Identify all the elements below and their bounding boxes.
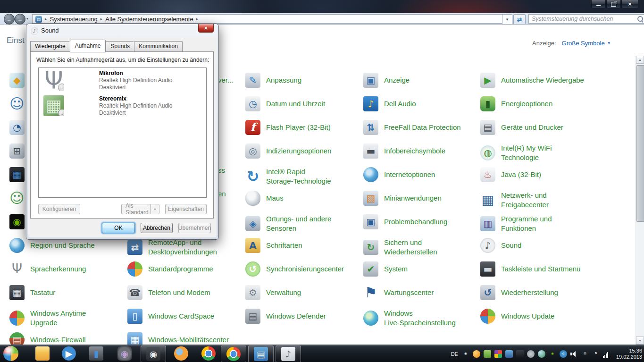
control-panel-item[interactable]: ⚙Verwaltung <box>245 285 301 300</box>
control-panel-item[interactable]: ▥Programme undFunktionen <box>480 214 552 233</box>
satellite-tray-icon[interactable] <box>527 350 535 358</box>
recording-device-row[interactable]: Ψ↓MikrofonRealtek High Definition AudioD… <box>39 68 206 93</box>
control-panel-item[interactable]: ΨSpracherkennung <box>9 261 86 277</box>
view-size-dropdown[interactable]: Große Symbole ▼ <box>562 40 611 47</box>
configure-button[interactable]: Konfigurieren <box>38 204 80 214</box>
control-panel-item[interactable]: ▦Tastatur <box>9 285 55 300</box>
webcam-taskbar-slot[interactable]: ◉ <box>117 345 132 362</box>
control-panel-item[interactable]: ↻Intel® RapidStorage-Technologie <box>245 167 331 186</box>
control-panel-item[interactable]: ▯Windows CardSpace <box>127 309 214 324</box>
control-panel-item-partial[interactable]: ◉ <box>9 214 25 229</box>
control-panel-item[interactable]: ✎Anpassung <box>245 73 301 88</box>
restore-button[interactable] <box>606 0 621 8</box>
control-panel-item[interactable]: ◈Ortungs- und andereSensoren <box>245 214 331 233</box>
control-panel-item[interactable]: ◷Datum und Uhrzeit <box>245 96 325 111</box>
recent-pages-dropdown[interactable]: ▾ <box>26 17 28 21</box>
breadcrumb-separator[interactable]: ▸ <box>196 17 199 21</box>
sound-dialog-taskbar-slot[interactable]: ♪ <box>276 345 301 362</box>
back-button[interactable]: ← <box>4 14 15 25</box>
tab-wiedergabe[interactable]: Wiedergabe <box>30 41 70 52</box>
breadcrumb-alle-systemsteuerungselemente[interactable]: Alle Systemsteuerungselemente <box>105 16 193 23</box>
language-indicator[interactable]: DE <box>451 351 458 357</box>
control-panel-item-partial[interactable]: ◆ <box>9 73 25 88</box>
control-panel-item[interactable]: fFlash Player (32-Bit) <box>245 120 331 135</box>
set-default-dropdown[interactable]: ▼ <box>151 204 159 214</box>
control-panel-item[interactable]: ↺Wiederherstellung <box>480 285 558 300</box>
control-panel-item[interactable]: ▮Energieoptionen <box>480 96 552 111</box>
control-panel-item[interactable]: ↺Synchronisierungscenter <box>245 261 344 277</box>
address-history-dropdown[interactable]: ▼ <box>502 14 512 25</box>
breadcrumb-separator[interactable]: ▸ <box>100 17 103 21</box>
control-panel-item[interactable]: Maus <box>245 191 284 206</box>
network-signal-tray-icon[interactable] <box>603 350 611 358</box>
chrome-window-taskbar-slot[interactable] <box>221 345 246 362</box>
blue-app-tray-icon[interactable] <box>505 350 513 358</box>
display-tray-icon[interactable] <box>516 350 524 358</box>
control-panel-item[interactable]: ▤Geräte und Drucker <box>480 120 563 135</box>
breadcrumb-systemsteuerung[interactable]: Systemsteuerung <box>50 16 98 23</box>
steam-tray-icon[interactable]: ◉ <box>462 350 469 358</box>
messenger-tray-icon[interactable] <box>473 350 480 358</box>
monitor-app-taskbar-slot[interactable]: ▮ <box>89 345 104 362</box>
mail-tray-icon[interactable] <box>484 350 491 358</box>
control-panel-item[interactable]: ✔System <box>363 261 408 277</box>
control-panel-item[interactable]: Windows AnytimeUpgrade <box>9 309 86 328</box>
control-panel-item[interactable]: ♪Dell Audio <box>363 96 416 111</box>
control-panel-item[interactable]: ▬Infobereichsymbole <box>363 143 445 159</box>
search-box[interactable]: Systemsteuerung durchsuchen <box>528 14 644 24</box>
control-panel-item[interactable]: ▣Anzeige <box>363 73 410 88</box>
apply-button[interactable]: Übernehmen <box>178 223 211 233</box>
address-bar[interactable]: ▤ ▸ Systemsteuerung ▸ Alle Systemsteueru… <box>32 14 505 24</box>
control-panel-item-partial[interactable]: ☺ <box>9 96 25 111</box>
steam-taskbar-slot[interactable]: ◉ <box>141 345 166 362</box>
scrollbar-thumb[interactable] <box>636 65 644 222</box>
media-player-taskbar-slot[interactable]: ▶ <box>61 345 76 362</box>
recording-device-row[interactable]: ▦↓StereomixRealtek High Definition Audio… <box>39 93 206 119</box>
nvidia-tray-icon[interactable]: ◉ <box>549 350 556 358</box>
control-panel-item[interactable]: ↻Sichern undWiederherstellen <box>363 238 437 257</box>
control-panel-item[interactable]: ▶Automatische Wiedergabe <box>480 73 584 88</box>
control-panel-item[interactable]: ☎Telefon und Modem <box>127 285 210 300</box>
minimize-button[interactable] <box>591 0 606 8</box>
control-panel-item[interactable]: ⇅FreeFall Data Protection <box>363 120 461 135</box>
control-panel-item[interactable]: ♪Sound <box>480 238 521 253</box>
sound-dialog-titlebar[interactable]: ♪ Sound <box>26 24 218 37</box>
sound-dialog-close-button[interactable]: × <box>198 24 214 33</box>
action-center-flag-tray-icon[interactable]: ⚑ <box>592 350 600 358</box>
scroll-up-button[interactable]: ▲ <box>636 56 644 64</box>
properties-button[interactable]: Eigenschaften <box>165 204 207 214</box>
set-default-button[interactable]: Als Standard ▼ <box>121 204 159 214</box>
copy-tray-icon[interactable]: C <box>560 350 567 358</box>
ok-button[interactable]: OK <box>102 223 135 233</box>
power-tray-icon[interactable]: ⊟ <box>581 350 589 358</box>
control-panel-item[interactable]: ⇄RemoteApp- undDesktopverbindungen <box>127 238 217 257</box>
cancel-button[interactable]: Abbrechen <box>141 223 173 233</box>
forward-button[interactable]: → <box>15 14 25 25</box>
control-panel-item[interactable]: ♨Java (32-Bit) <box>480 167 541 182</box>
tab-sounds[interactable]: Sounds <box>106 41 134 52</box>
control-panel-item-partial[interactable]: ◔ <box>9 120 25 135</box>
control-panel-item[interactable]: ▧Minianwendungen <box>363 191 442 206</box>
control-panel-item[interactable]: ◎Indizierungsoptionen <box>245 143 331 159</box>
control-panel-taskbar-slot[interactable]: ▤ <box>248 345 274 362</box>
control-panel-item[interactable]: Region und Sprache <box>9 238 95 253</box>
control-panel-item-partial[interactable]: ⊞ <box>9 143 25 159</box>
scroll-down-button[interactable]: ▼ <box>636 337 644 345</box>
recording-device-list[interactable]: Ψ↓MikrofonRealtek High Definition AudioD… <box>38 67 207 198</box>
start-button-slot[interactable] <box>3 345 19 362</box>
control-panel-item-label-fragment[interactable]: en <box>218 190 226 198</box>
close-button[interactable]: × <box>621 0 638 8</box>
tab-aufnahme[interactable]: Aufnahme <box>70 40 106 52</box>
control-panel-item[interactable]: Standardprogramme <box>127 261 213 277</box>
chrome-taskbar-slot[interactable] <box>201 345 216 362</box>
control-panel-item[interactable]: ▤Windows Defender <box>245 309 326 324</box>
refresh-button[interactable]: ⇄ <box>513 14 526 25</box>
control-panel-item[interactable]: Windows Update <box>480 309 554 324</box>
control-panel-item-partial[interactable]: ▦ <box>9 167 25 182</box>
control-panel-item[interactable]: ▬Taskleiste und Startmenü <box>480 261 580 277</box>
control-panel-item[interactable]: ASchriftarten <box>245 238 302 253</box>
volume-tray-icon[interactable] <box>570 350 578 358</box>
vertical-scrollbar[interactable]: ▲ ▼ <box>636 56 644 345</box>
tab-kommunikation[interactable]: Kommunikation <box>134 41 183 52</box>
clock[interactable]: 15:36 19.02.2013 <box>614 348 642 360</box>
